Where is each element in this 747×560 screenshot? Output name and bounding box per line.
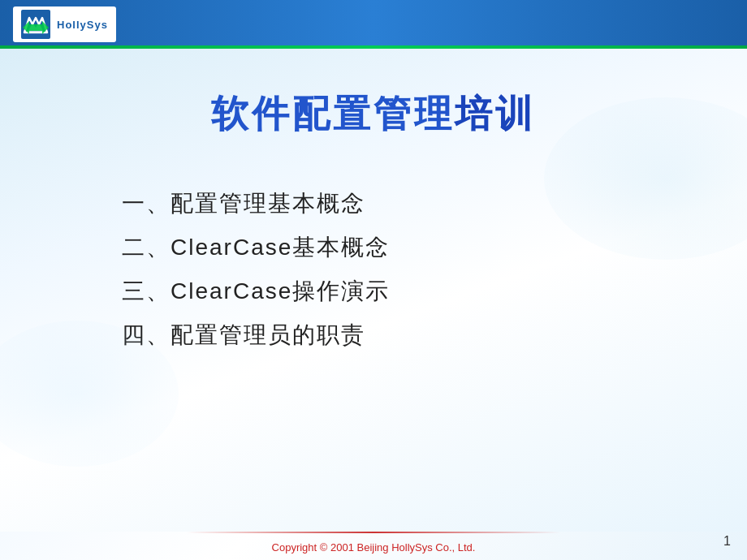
page-number: 1 — [723, 534, 731, 549]
slide-title: 软件配置管理培训 — [211, 89, 536, 140]
list-item: 二、ClearCase基本概念 — [122, 232, 625, 263]
hollysys-logo-icon — [21, 10, 50, 39]
slide-title-main: 软件配置管理 — [211, 93, 455, 135]
footer: Copyright © 2001 Beijing HollySys Co., L… — [0, 532, 747, 560]
list-item: 三、ClearCase操作演示 — [122, 276, 625, 307]
footer-line — [187, 532, 560, 533]
logo-area: HollySys — [13, 6, 116, 42]
list-item: 四、配置管理员的职责 — [122, 320, 625, 351]
header-bar: HollySys — [0, 0, 747, 49]
footer-copyright: Copyright © 2001 Beijing HollySys Co., L… — [272, 541, 476, 554]
main-content: 软件配置管理培训 一、配置管理基本概念 二、ClearCase基本概念 三、Cl… — [0, 49, 747, 532]
logo-text: HollySys — [57, 19, 108, 31]
slide-title-highlight: 培训 — [455, 93, 536, 135]
content-list: 一、配置管理基本概念 二、ClearCase基本概念 三、ClearCase操作… — [122, 188, 625, 351]
slide-container: HollySys 软件配置管理培训 一、配置管理基本概念 二、ClearCase… — [0, 0, 747, 560]
